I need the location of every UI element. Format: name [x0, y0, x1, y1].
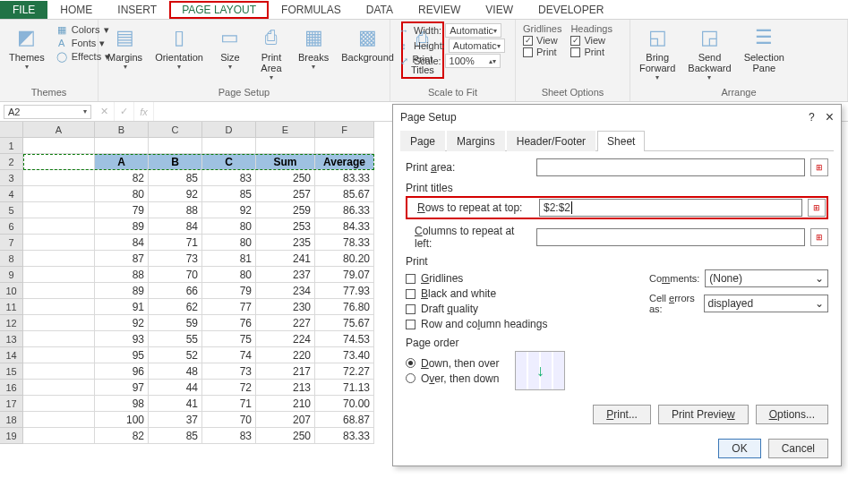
cell[interactable] — [23, 412, 95, 428]
cell[interactable]: 74 — [202, 347, 256, 363]
row-header[interactable]: 7 — [0, 235, 23, 251]
cell[interactable]: 75.67 — [315, 315, 374, 331]
cell[interactable]: 85 — [202, 186, 256, 202]
cell[interactable]: 77 — [202, 299, 256, 315]
cell[interactable]: 83 — [202, 170, 256, 186]
cell[interactable]: 84 — [95, 235, 149, 251]
tab-developer[interactable]: DEVELOPER — [526, 1, 616, 19]
cell[interactable] — [23, 347, 95, 363]
margins-button[interactable]: ▤Margins▾ — [102, 21, 148, 73]
cell[interactable]: 76 — [202, 315, 256, 331]
tab-insert[interactable]: INSERT — [105, 1, 169, 19]
cell[interactable]: 241 — [256, 251, 315, 267]
column-header[interactable]: E — [256, 122, 315, 138]
row-header[interactable]: 11 — [0, 299, 23, 315]
gridlines-view-check[interactable]: ✓View — [523, 35, 561, 46]
cell[interactable]: 97 — [95, 380, 149, 396]
cell[interactable]: 210 — [256, 396, 315, 412]
cell[interactable]: 73 — [202, 363, 256, 380]
cell[interactable]: 95 — [95, 347, 149, 363]
cell[interactable]: A — [95, 154, 149, 170]
cell[interactable]: 66 — [149, 283, 202, 299]
rows-repeat-input[interactable]: $2:$2 — [539, 199, 802, 217]
cell[interactable]: 237 — [256, 267, 315, 283]
cell[interactable]: 75 — [202, 331, 256, 347]
cell[interactable]: 70 — [149, 267, 202, 283]
cell[interactable]: B — [149, 154, 202, 170]
cell[interactable] — [23, 267, 95, 283]
column-header[interactable]: B — [95, 122, 149, 138]
cell[interactable] — [202, 138, 256, 154]
cell[interactable]: 224 — [256, 331, 315, 347]
help-button[interactable]: ? — [809, 111, 815, 124]
cell[interactable]: 259 — [256, 202, 315, 218]
cell[interactable]: 44 — [149, 380, 202, 396]
cell[interactable]: Sum — [256, 154, 315, 170]
cell[interactable]: 217 — [256, 363, 315, 380]
print-button[interactable]: Print... — [593, 405, 651, 424]
close-button[interactable]: × — [826, 109, 834, 125]
cell[interactable] — [23, 428, 95, 444]
cell[interactable]: 100 — [95, 412, 149, 428]
options-button[interactable]: Options... — [756, 405, 828, 424]
gridlines-print-check[interactable]: Print — [523, 47, 561, 57]
cell[interactable]: 52 — [149, 347, 202, 363]
cell[interactable]: 83 — [202, 428, 256, 444]
cell[interactable]: 85 — [149, 170, 202, 186]
headings-view-check[interactable]: ✓View — [570, 35, 612, 46]
cell[interactable]: 85.67 — [315, 186, 374, 202]
breaks-button[interactable]: ▦Breaks▾ — [293, 21, 334, 73]
bring-forward-button[interactable]: ◱Bring Forward▾ — [634, 21, 681, 83]
cell[interactable] — [23, 170, 95, 186]
cell[interactable] — [149, 138, 202, 154]
dialog-tab-page[interactable]: Page — [400, 131, 445, 151]
row-header[interactable]: 8 — [0, 251, 23, 267]
cell[interactable]: 257 — [256, 186, 315, 202]
cell[interactable] — [23, 218, 95, 235]
cell[interactable]: 55 — [149, 331, 202, 347]
cell[interactable]: 80.20 — [315, 251, 374, 267]
row-header[interactable]: 15 — [0, 363, 23, 380]
cell[interactable]: 213 — [256, 380, 315, 396]
row-header[interactable]: 12 — [0, 315, 23, 331]
print-area-input[interactable] — [536, 158, 805, 176]
cell[interactable] — [23, 380, 95, 396]
cell[interactable]: 88 — [149, 202, 202, 218]
dialog-tab-margins[interactable]: Margins — [447, 131, 505, 151]
tab-data[interactable]: DATA — [354, 1, 406, 19]
select-all-corner[interactable] — [0, 122, 23, 138]
row-header[interactable]: 3 — [0, 170, 23, 186]
cell[interactable]: 96 — [95, 363, 149, 380]
cell[interactable]: 234 — [256, 283, 315, 299]
row-header[interactable]: 16 — [0, 380, 23, 396]
cell[interactable]: 73.40 — [315, 347, 374, 363]
tab-view[interactable]: VIEW — [473, 1, 526, 19]
cell[interactable] — [23, 299, 95, 315]
tab-file[interactable]: FILE — [0, 1, 47, 19]
themes-button[interactable]: ◩ Themes ▾ — [4, 21, 50, 73]
cell[interactable]: 48 — [149, 363, 202, 380]
row-header[interactable]: 6 — [0, 218, 23, 235]
gridlines-checkbox[interactable]: Gridlines — [406, 272, 613, 285]
row-header[interactable]: 4 — [0, 186, 23, 202]
height-dropdown[interactable]: Automatic▾ — [449, 38, 505, 53]
column-header[interactable]: F — [315, 122, 374, 138]
cell[interactable] — [315, 138, 374, 154]
cell[interactable]: 71 — [202, 396, 256, 412]
cell[interactable]: 80 — [202, 235, 256, 251]
cell[interactable]: 79 — [95, 202, 149, 218]
tab-page-layout[interactable]: PAGE LAYOUT — [169, 1, 269, 19]
dialog-tab-sheet[interactable]: Sheet — [597, 131, 645, 151]
cell[interactable]: 89 — [95, 283, 149, 299]
row-header[interactable]: 10 — [0, 283, 23, 299]
orientation-button[interactable]: ▯Orientation▾ — [150, 21, 209, 73]
cols-repeat-input[interactable] — [536, 228, 805, 246]
cell[interactable]: 71.13 — [315, 380, 374, 396]
cell[interactable]: 227 — [256, 315, 315, 331]
tab-review[interactable]: REVIEW — [406, 1, 473, 19]
cell[interactable]: 86.33 — [315, 202, 374, 218]
cell[interactable]: 79 — [202, 283, 256, 299]
cell[interactable]: 88 — [95, 267, 149, 283]
tab-home[interactable]: HOME — [47, 1, 105, 19]
dialog-tab-header-footer[interactable]: Header/Footer — [507, 131, 595, 151]
